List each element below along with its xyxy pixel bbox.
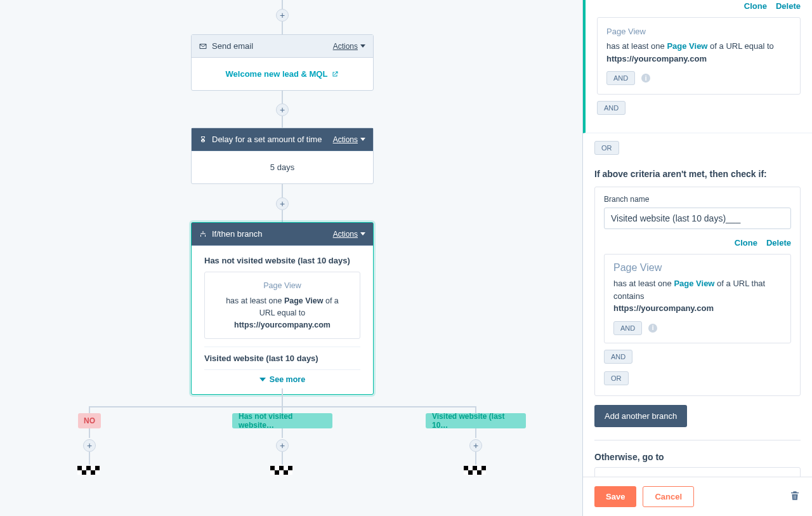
branch-tag-no: NO [78, 413, 101, 428]
criteria-block-1: Clone Delete Page View has at least one … [583, 0, 812, 133]
save-button[interactable]: Save [594, 486, 636, 507]
and-chip[interactable]: AND [613, 321, 642, 335]
email-template-link[interactable]: Welcome new lead & MQL [226, 69, 339, 79]
branch-panel-otherwise: Branch name [594, 467, 801, 477]
branch-name-label: Branch name [604, 195, 791, 204]
filter-card[interactable]: Page View has at least one Page View of … [604, 254, 791, 343]
or-chip[interactable]: OR [594, 141, 619, 155]
branch-panel-2: Branch name Clone Delete Page View has a… [594, 187, 801, 396]
branch-name-input[interactable] [604, 208, 791, 229]
clone-link[interactable]: Clone [744, 1, 767, 11]
page-view-link[interactable]: Page View [674, 279, 714, 288]
delay-duration: 5 days [270, 162, 294, 172]
filter-type-label: Page View [613, 262, 782, 274]
branch-editor-sidebar: Clone Delete Page View has at least one … [582, 0, 812, 516]
branch-tag: Visited website (last 10… [426, 413, 526, 428]
connector-line [475, 452, 476, 465]
actions-dropdown[interactable]: Actions [333, 230, 365, 239]
node-header: If/then branch Actions [192, 223, 373, 246]
and-chip[interactable]: AND [597, 101, 625, 115]
branch-condition-name: Visited website (last 10 days) [204, 347, 360, 363]
cancel-button[interactable]: Cancel [643, 486, 694, 507]
node-header: Delay for a set amount of time Actions [192, 128, 373, 151]
info-icon[interactable]: i [648, 324, 657, 333]
filter-card[interactable]: Page View has at least one Page View of … [597, 17, 801, 95]
node-header: Send email Actions [192, 35, 373, 58]
workflow-end-icon [464, 466, 488, 477]
actions-dropdown[interactable]: Actions [333, 135, 365, 144]
actions-dropdown[interactable]: Actions [333, 42, 365, 51]
section-heading: If above criteria aren't met, then check… [583, 157, 812, 187]
add-step-button[interactable]: + [83, 439, 96, 452]
workflow-canvas[interactable]: + Send email Actions Welcome new lead & … [0, 0, 582, 516]
workflow-node-delay[interactable]: Delay for a set amount of time Actions 5… [191, 128, 374, 184]
branch-tag: Has not visited website… [232, 413, 332, 428]
hourglass-icon [199, 136, 207, 143]
add-step-button[interactable]: + [276, 197, 289, 210]
page-view-link[interactable]: Page View [667, 41, 707, 51]
add-step-button[interactable]: + [276, 103, 289, 116]
node-title: Send email [212, 41, 253, 51]
branch-icon [199, 230, 207, 238]
see-more-toggle[interactable]: See more [204, 370, 360, 387]
email-icon [199, 43, 207, 50]
trash-icon [789, 490, 801, 501]
section-heading: Otherwise, go to [583, 440, 812, 467]
delete-link[interactable]: Delete [776, 1, 801, 11]
sidebar-footer: Save Cancel [583, 477, 812, 516]
or-chip[interactable]: OR [604, 371, 629, 385]
node-title: If/then branch [212, 229, 263, 239]
connector-line [282, 452, 283, 465]
add-step-button[interactable]: + [276, 9, 289, 22]
filter-type-label: Page View [213, 281, 352, 290]
branch-condition-name: Has not visited website (last 10 days) [204, 256, 360, 265]
filter-type-label: Page View [606, 27, 791, 36]
info-icon[interactable]: i [641, 74, 650, 83]
connector-line [282, 388, 283, 406]
workflow-node-branch[interactable]: If/then branch Actions Has not visited w… [191, 222, 374, 395]
add-branch-button[interactable]: Add another branch [594, 405, 687, 427]
workflow-end-icon [77, 466, 102, 477]
connector-line [89, 452, 90, 465]
external-link-icon [331, 70, 339, 78]
delete-button[interactable] [789, 490, 801, 504]
add-step-button[interactable]: + [276, 439, 289, 452]
clone-link[interactable]: Clone [735, 238, 757, 248]
delete-link[interactable]: Delete [766, 238, 791, 248]
chevron-down-icon [259, 378, 266, 381]
node-title: Delay for a set amount of time [212, 135, 322, 144]
filter-summary: Page View has at least one Page View of … [204, 272, 360, 339]
and-chip[interactable]: AND [604, 350, 632, 364]
and-chip[interactable]: AND [606, 71, 635, 85]
add-step-button[interactable]: + [469, 439, 482, 452]
workflow-node-send-email[interactable]: Send email Actions Welcome new lead & MQ… [191, 34, 374, 91]
workflow-end-icon [270, 466, 294, 477]
